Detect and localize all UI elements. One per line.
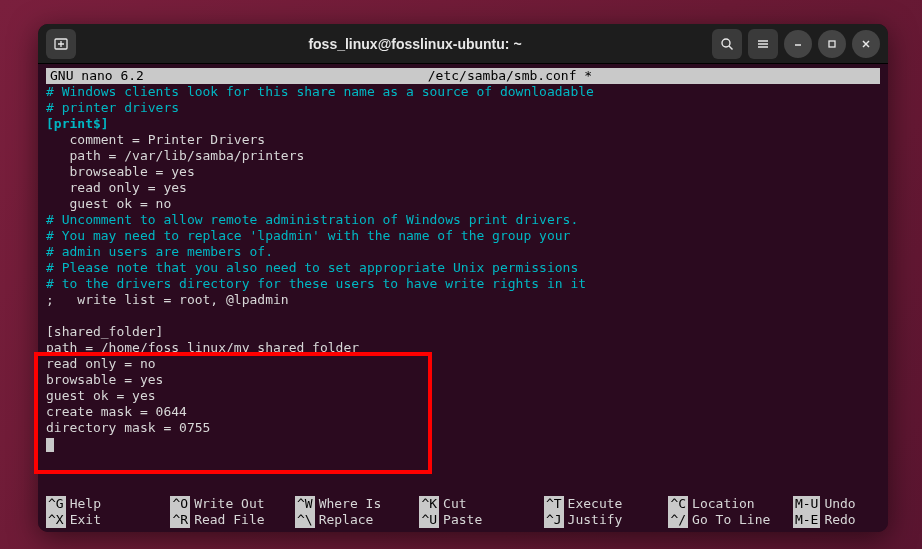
editor-line: # printer drivers [46, 100, 880, 116]
editor-line: # admin users are members of. [46, 244, 880, 260]
shortcut-paste: ^UPaste [419, 512, 543, 528]
editor-line: # You may need to replace 'lpadmin' with… [46, 228, 880, 244]
editor-cursor-line [46, 436, 880, 452]
editor-line: browseable = yes [46, 164, 880, 180]
shortcut-replace: ^\Replace [295, 512, 419, 528]
terminal-window: foss_linux@fosslinux-ubuntu: ~ GNU nano … [38, 24, 888, 532]
titlebar: foss_linux@fosslinux-ubuntu: ~ [38, 24, 888, 64]
shortcut-exit: ^XExit [46, 512, 170, 528]
editor-line: # Uncomment to allow remote administrati… [46, 212, 880, 228]
shortcut-writeout: ^OWrite Out [170, 496, 294, 512]
nano-footer: ^GHelp ^OWrite Out ^WWhere Is ^KCut ^TEx… [46, 496, 880, 528]
svg-rect-9 [829, 41, 835, 47]
editor-line: browsable = yes [46, 372, 880, 388]
shortcut-undo: M-UUndo [793, 496, 880, 512]
minimize-button[interactable] [784, 30, 812, 58]
editor-line: # to the drivers directory for these use… [46, 276, 880, 292]
close-button[interactable] [852, 30, 880, 58]
editor-line: [print$] [46, 116, 880, 132]
nano-app-name: GNU nano 6.2 [50, 68, 144, 84]
editor-line [46, 308, 880, 324]
editor-line: directory mask = 0755 [46, 420, 880, 436]
shortcut-redo: M-ERedo [793, 512, 880, 528]
shortcut-readfile: ^RRead File [170, 512, 294, 528]
shortcut-location: ^CLocation [668, 496, 792, 512]
menu-button[interactable] [748, 29, 778, 59]
text-cursor [46, 438, 54, 452]
new-tab-button[interactable] [46, 29, 76, 59]
nano-header: GNU nano 6.2 /etc/samba/smb.conf * [46, 68, 880, 84]
svg-point-3 [722, 39, 730, 47]
shortcut-gotoline: ^/Go To Line [668, 512, 792, 528]
editor-line: path = /var/lib/samba/printers [46, 148, 880, 164]
editor-line: comment = Printer Drivers [46, 132, 880, 148]
maximize-button[interactable] [818, 30, 846, 58]
window-title: foss_linux@fosslinux-ubuntu: ~ [124, 36, 706, 52]
editor-line: # Please note that you also need to set … [46, 260, 880, 276]
nano-file-name: /etc/samba/smb.conf * [144, 68, 876, 84]
editor-line: read only = no [46, 356, 880, 372]
search-button[interactable] [712, 29, 742, 59]
editor-line: read only = yes [46, 180, 880, 196]
editor-line: ; write list = root, @lpadmin [46, 292, 880, 308]
svg-line-4 [729, 46, 733, 50]
shortcut-help: ^GHelp [46, 496, 170, 512]
shortcut-whereis: ^WWhere Is [295, 496, 419, 512]
editor-line: [shared_folder] [46, 324, 880, 340]
editor-line: create mask = 0644 [46, 404, 880, 420]
editor-line: guest ok = yes [46, 388, 880, 404]
terminal-body[interactable]: GNU nano 6.2 /etc/samba/smb.conf * # Win… [38, 64, 888, 532]
editor-line: path = /home/foss_linux/my_shared_folder [46, 340, 880, 356]
editor-line: # Windows clients look for this share na… [46, 84, 880, 100]
shortcut-execute: ^TExecute [544, 496, 668, 512]
editor-line: guest ok = no [46, 196, 880, 212]
shortcut-cut: ^KCut [419, 496, 543, 512]
shortcut-justify: ^JJustify [544, 512, 668, 528]
